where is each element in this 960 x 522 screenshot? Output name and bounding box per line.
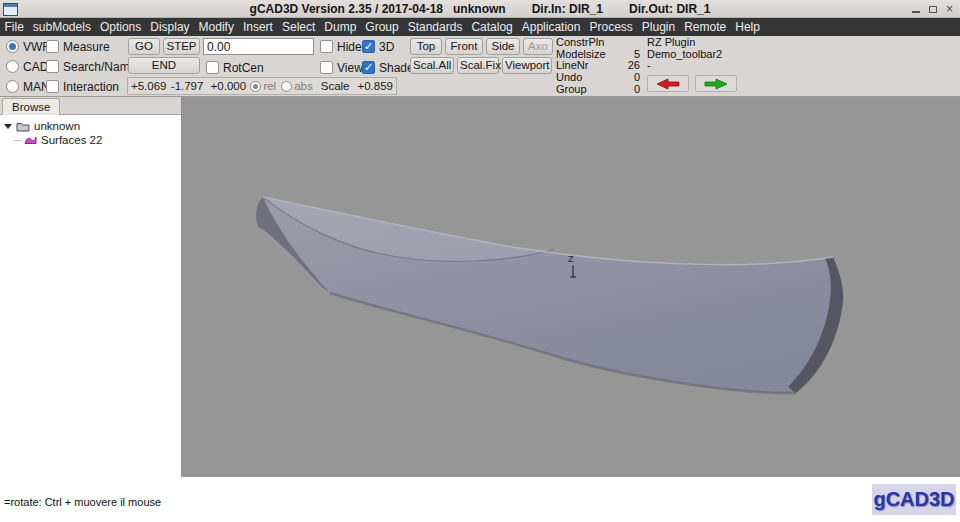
title-version: gCAD3D Version 2.35 / 2017-04-18 xyxy=(250,2,443,16)
undo-button[interactable] xyxy=(647,75,689,92)
scale-all-button[interactable]: Scal.All xyxy=(410,57,454,74)
title-dir-in: Dir.In: DIR_1 xyxy=(532,2,603,16)
view-checkbox[interactable]: View xyxy=(320,60,363,75)
end-button[interactable]: END xyxy=(128,57,200,74)
sidebar: Browse unknown Surfaces 22 xyxy=(0,97,182,477)
hide-checkbox[interactable]: Hide xyxy=(320,39,362,54)
axo-view-button[interactable]: Axo xyxy=(523,38,553,55)
viewport-button[interactable]: Viewport xyxy=(502,57,552,74)
status-extra: Demo_toolbar2 xyxy=(640,49,722,61)
tree-item-surfaces[interactable]: Surfaces 22 xyxy=(0,133,181,147)
checkbox-label: Hide xyxy=(337,40,362,54)
scale-fix-button[interactable]: Scal.Fix xyxy=(457,57,499,74)
maximize-button[interactable] xyxy=(924,1,941,17)
menu-file[interactable]: File xyxy=(0,18,28,36)
go-button[interactable]: GO xyxy=(128,38,160,55)
menu-application[interactable]: Application xyxy=(517,18,585,36)
radio-icon[interactable] xyxy=(6,40,19,53)
step-button[interactable]: STEP xyxy=(163,38,200,55)
checkbox-icon[interactable] xyxy=(46,40,59,53)
statusbar: =rotate: Ctrl + muovere il mouse =zoom: … xyxy=(0,477,960,522)
mode-radio-cad[interactable]: CAD xyxy=(6,59,48,74)
radio-icon[interactable] xyxy=(6,60,19,73)
menu-display[interactable]: Display xyxy=(146,18,194,36)
checkbox-icon[interactable] xyxy=(362,40,375,53)
scale-value: +0.859 xyxy=(358,80,394,92)
status-messages: =rotate: Ctrl + muovere il mouse =zoom: … xyxy=(4,477,194,522)
front-view-button[interactable]: Front xyxy=(445,38,483,55)
mode-radio-vwr[interactable]: VWR xyxy=(6,39,51,54)
checkbox-icon[interactable] xyxy=(46,60,59,73)
interaction-checkbox[interactable]: Interaction xyxy=(46,79,119,94)
maximize-icon xyxy=(929,6,937,13)
search-name-checkbox[interactable]: Search/Name xyxy=(46,59,136,74)
status-line-rotate: =rotate: Ctrl + muovere il mouse xyxy=(4,496,194,509)
redo-button[interactable] xyxy=(695,75,737,92)
top-view-button[interactable]: Top xyxy=(410,38,442,55)
checkbox-label: Search/Name xyxy=(63,60,136,74)
close-button[interactable]: × xyxy=(941,1,958,17)
mode-radio-man[interactable]: MAN xyxy=(6,79,50,94)
folder-icon xyxy=(16,121,30,132)
menubar: File subModels Options Display Modify In… xyxy=(0,18,960,36)
sidebar-tabs: Browse xyxy=(0,97,181,115)
scale-label: Scale xyxy=(321,80,350,92)
menu-modify[interactable]: Modify xyxy=(194,18,238,36)
title-document: unknown xyxy=(453,2,506,16)
menu-insert[interactable]: Insert xyxy=(238,18,277,36)
tree-connector xyxy=(14,140,22,141)
rotcen-checkbox[interactable]: RotCen xyxy=(206,60,264,75)
checkbox-icon[interactable] xyxy=(320,40,333,53)
menu-dump[interactable]: Dump xyxy=(320,18,361,36)
status-extra: - xyxy=(640,60,722,72)
checkbox-label: View xyxy=(337,61,363,75)
titlebar: gCAD3D Version 2.35 / 2017-04-18unknownD… xyxy=(0,0,960,18)
expander-icon[interactable] xyxy=(4,124,12,129)
status-extra: RZ Plugin xyxy=(640,37,722,49)
status-label: ConstrPln xyxy=(556,37,610,49)
tab-browse[interactable]: Browse xyxy=(2,98,60,115)
radio-icon[interactable] xyxy=(6,80,19,93)
menu-options[interactable]: Options xyxy=(95,18,145,36)
checkbox-icon[interactable] xyxy=(320,61,333,74)
radio-icon[interactable] xyxy=(281,81,292,92)
shade-checkbox[interactable]: Shade xyxy=(362,60,414,75)
abs-label: abs xyxy=(294,80,313,92)
menu-submodels[interactable]: subModels xyxy=(28,18,95,36)
coordinate-display: +5.069 -1.797 +0.000 rel abs Scale +0.85… xyxy=(127,77,397,95)
window-controls: × xyxy=(907,0,958,18)
tree-label: unknown xyxy=(34,120,80,132)
checkbox-icon[interactable] xyxy=(206,61,219,74)
coord-z: +0.000 xyxy=(211,80,251,92)
tree-label: Surfaces 22 xyxy=(41,134,102,146)
minimize-icon xyxy=(912,11,920,13)
three-d-checkbox[interactable]: 3D xyxy=(362,39,394,54)
measure-checkbox[interactable]: Measure xyxy=(46,39,110,54)
viewport-3d[interactable]: Z xyxy=(182,97,960,477)
menu-select[interactable]: Select xyxy=(277,18,319,36)
checkbox-label: Shade xyxy=(379,61,414,75)
tree-item-unknown[interactable]: unknown xyxy=(0,119,181,133)
status-label: Group xyxy=(556,84,610,96)
minimize-button[interactable] xyxy=(907,1,924,17)
rel-radio[interactable]: rel xyxy=(250,80,276,92)
menu-help[interactable]: Help xyxy=(731,18,765,36)
abs-radio[interactable]: abs xyxy=(281,80,313,92)
menu-catalog[interactable]: Catalog xyxy=(467,18,517,36)
radio-icon[interactable] xyxy=(250,81,261,92)
value-input[interactable] xyxy=(203,38,314,55)
toolbar: VWR CAD MAN Measure Search/Name Interact… xyxy=(0,36,960,97)
coord-y: -1.797 xyxy=(171,80,211,92)
menu-process[interactable]: Process xyxy=(585,18,637,36)
menu-plugin[interactable]: Plugin xyxy=(637,18,679,36)
model-tree: unknown Surfaces 22 xyxy=(0,115,181,147)
red-left-arrow-icon xyxy=(656,78,680,90)
menu-standards[interactable]: Standards xyxy=(403,18,467,36)
menu-remote[interactable]: Remote xyxy=(680,18,731,36)
menu-group[interactable]: Group xyxy=(361,18,403,36)
checkbox-icon[interactable] xyxy=(362,61,375,74)
checkbox-label: RotCen xyxy=(223,61,264,75)
side-view-button[interactable]: Side xyxy=(486,38,520,55)
z-axis-label: Z xyxy=(568,254,574,264)
checkbox-icon[interactable] xyxy=(46,80,59,93)
